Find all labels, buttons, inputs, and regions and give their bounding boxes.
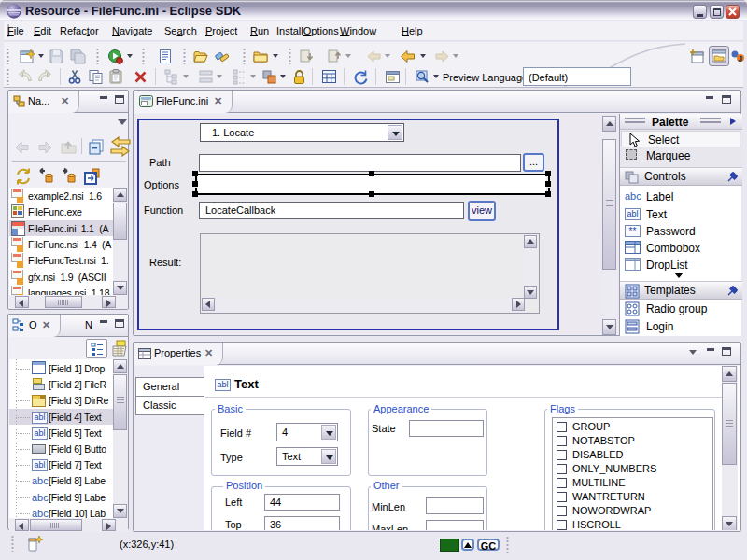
svg-text:J: J bbox=[738, 54, 742, 63]
